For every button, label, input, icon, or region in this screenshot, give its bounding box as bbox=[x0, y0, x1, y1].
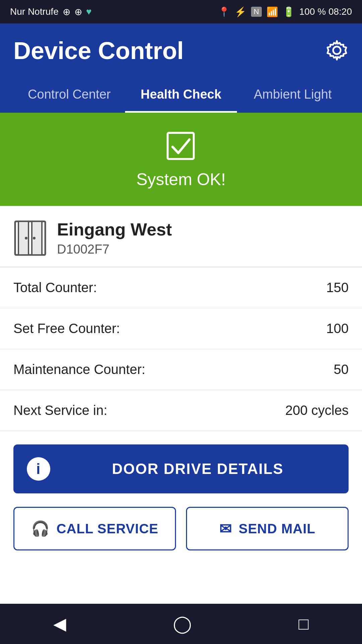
page-title: Device Control bbox=[13, 37, 184, 64]
mail-icon: ✉ bbox=[219, 520, 232, 537]
device-info-text: Eingang West D1002F7 bbox=[57, 219, 172, 257]
nfc-icon: N bbox=[251, 7, 262, 17]
stat-row-total: Total Counter: 150 bbox=[0, 267, 362, 308]
recents-button[interactable]: □ bbox=[298, 614, 308, 634]
svg-point-5 bbox=[25, 237, 27, 239]
svg-point-0 bbox=[333, 46, 341, 54]
maintenance-counter-value: 50 bbox=[334, 362, 349, 377]
svg-point-6 bbox=[33, 237, 36, 239]
status-bar: Nur Notrufe ⊕ ⊕ ♥ 📍 ⚡ N 📶 🔋 100 % 08:20 bbox=[0, 0, 362, 23]
health-icon: ♥ bbox=[86, 6, 92, 17]
stat-row-maintenance: Maintenance Counter: 50 bbox=[0, 349, 362, 390]
free-counter-label: Set Free Counter: bbox=[13, 321, 120, 336]
device-info-section: Eingang West D1002F7 bbox=[0, 206, 362, 267]
secondary-buttons-row: 🎧 CALL SERVICE ✉ SEND MAIL bbox=[13, 507, 349, 550]
usb2-icon: ⊕ bbox=[74, 6, 82, 17]
bluetooth-icon: ⚡ bbox=[235, 6, 246, 17]
stat-row-free: Set Free Counter: 100 bbox=[0, 308, 362, 349]
bottom-nav: ◀ ◯ □ bbox=[0, 604, 362, 644]
total-counter-value: 150 bbox=[326, 280, 349, 295]
headset-icon: 🎧 bbox=[31, 520, 50, 537]
svg-rect-1 bbox=[168, 133, 194, 159]
status-right: 📍 ⚡ N 📶 🔋 100 % 08:20 bbox=[218, 6, 352, 17]
app-header: Device Control Control Center Health Che… bbox=[0, 23, 362, 113]
door-drive-details-label: DOOR DRIVE DETAILS bbox=[60, 461, 335, 477]
location-icon: 📍 bbox=[218, 6, 230, 17]
tab-health-check[interactable]: Health Check bbox=[125, 78, 237, 113]
header-top: Device Control bbox=[13, 37, 349, 64]
checkmark-icon bbox=[164, 129, 198, 163]
door-icon bbox=[13, 220, 47, 257]
stats-table: Total Counter: 150 Set Free Counter: 100… bbox=[0, 267, 362, 431]
back-button[interactable]: ◀ bbox=[53, 614, 66, 634]
battery-percent: 100 % 08:20 bbox=[299, 6, 352, 17]
device-id: D1002F7 bbox=[57, 242, 172, 257]
battery-icon: 🔋 bbox=[283, 6, 295, 17]
stat-row-service: Next Service in: 200 cycles bbox=[0, 390, 362, 431]
gear-icon bbox=[325, 39, 349, 62]
device-name: Eingang West bbox=[57, 219, 172, 239]
settings-button[interactable] bbox=[325, 39, 349, 63]
next-service-value: 200 cycles bbox=[285, 403, 349, 418]
health-banner: System OK! bbox=[0, 113, 362, 206]
buttons-section: i DOOR DRIVE DETAILS 🎧 CALL SERVICE ✉ SE… bbox=[0, 431, 362, 604]
next-service-label: Next Service in: bbox=[13, 403, 107, 418]
wifi-icon: 📶 bbox=[266, 6, 278, 17]
free-counter-value: 100 bbox=[326, 321, 349, 336]
status-left: Nur Notrufe ⊕ ⊕ ♥ bbox=[10, 6, 92, 17]
send-mail-label: SEND MAIL bbox=[239, 521, 315, 536]
tab-control-center[interactable]: Control Center bbox=[13, 78, 125, 113]
usb-icon: ⊕ bbox=[63, 6, 70, 17]
tab-bar: Control Center Health Check Ambient Ligh… bbox=[13, 78, 349, 113]
maintenance-counter-label: Maintenance Counter: bbox=[13, 362, 145, 377]
info-icon: i bbox=[27, 457, 50, 481]
status-notrufe: Nur Notrufe bbox=[10, 6, 59, 17]
home-button[interactable]: ◯ bbox=[173, 614, 192, 634]
door-drive-details-button[interactable]: i DOOR DRIVE DETAILS bbox=[13, 444, 349, 493]
system-status-text: System OK! bbox=[136, 170, 226, 189]
call-service-label: CALL SERVICE bbox=[57, 521, 159, 536]
call-service-button[interactable]: 🎧 CALL SERVICE bbox=[13, 507, 176, 550]
tab-ambient-light[interactable]: Ambient Light bbox=[237, 78, 349, 113]
send-mail-button[interactable]: ✉ SEND MAIL bbox=[186, 507, 349, 550]
total-counter-label: Total Counter: bbox=[13, 280, 97, 295]
